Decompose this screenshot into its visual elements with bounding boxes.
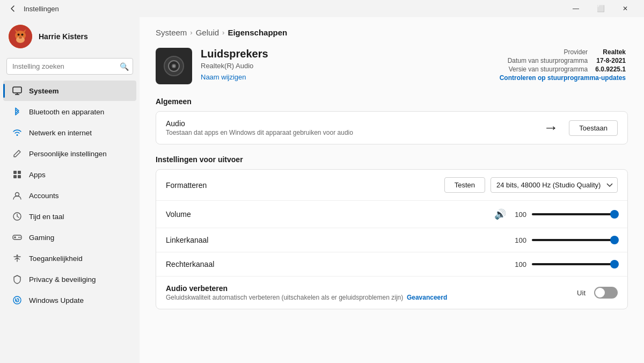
svg-point-6 xyxy=(21,34,24,36)
audio-verbeteren-row: Audio verbeteren Geluidskwaliteit automa… xyxy=(156,277,627,309)
driver-version-value: 6.0.9225.1 xyxy=(590,65,628,74)
account-icon xyxy=(12,190,23,201)
svg-point-21 xyxy=(18,237,19,238)
minimize-button[interactable]: — xyxy=(564,0,588,17)
linkerkanaal-thumb[interactable] xyxy=(610,236,619,244)
volume-thumb[interactable] xyxy=(610,210,619,219)
bluetooth-icon xyxy=(12,106,23,117)
back-button[interactable] xyxy=(6,2,19,15)
sidebar-item-gaming[interactable]: Gaming xyxy=(3,227,136,248)
maximize-button[interactable]: ⬜ xyxy=(588,0,613,17)
svg-point-5 xyxy=(18,34,20,36)
sidebar-username: Harrie Kisters xyxy=(39,32,88,41)
svg-rect-15 xyxy=(18,175,21,178)
sidebar-item-label: Accounts xyxy=(29,192,128,200)
avatar xyxy=(9,25,32,48)
volume-value: 100 xyxy=(511,210,526,219)
update-icon xyxy=(12,295,23,306)
svg-point-23 xyxy=(17,255,18,256)
rechterkanaal-label: Rechterkanaal xyxy=(166,260,511,268)
device-name: Luidsprekers xyxy=(201,48,497,60)
volume-control: 🔊 100 xyxy=(494,208,618,220)
audio-label: Audio xyxy=(166,119,543,128)
sidebar-item-label: Netwerk en internet xyxy=(29,129,128,137)
breadcrumb-current: Eigenschappen xyxy=(228,28,287,37)
svg-point-7 xyxy=(19,37,22,39)
sidebar-item-systeem[interactable]: Systeem xyxy=(3,81,136,101)
brush-icon xyxy=(12,148,23,159)
driver-version-label: Versie van stuurprogramma xyxy=(497,65,590,74)
rechterkanaal-fill xyxy=(532,263,618,265)
sidebar-item-label: Persoonlijke instellingen xyxy=(29,150,128,158)
rechterkanaal-slider[interactable] xyxy=(532,263,618,265)
sidebar-item-persoonlijk[interactable]: Persoonlijke instellingen xyxy=(3,143,136,164)
sidebar-item-toegankelijkheid[interactable]: Toegankelijkheid xyxy=(3,248,136,268)
sidebar-item-label: Toegankelijkheid xyxy=(29,255,128,263)
svg-rect-8 xyxy=(13,87,21,93)
breadcrumb-systeem[interactable]: Systeem xyxy=(156,28,187,37)
breadcrumb-sep-2: › xyxy=(222,28,224,37)
linkerkanaal-slider[interactable] xyxy=(532,239,618,241)
driver-update-link[interactable]: Controleren op stuurprogramma-updates xyxy=(500,74,626,82)
svg-point-22 xyxy=(20,237,21,238)
volume-icon: 🔊 xyxy=(494,208,506,220)
linkerkanaal-control: 100 xyxy=(511,236,618,244)
rechterkanaal-thumb[interactable] xyxy=(610,260,619,268)
audio-verbeteren-toggle[interactable] xyxy=(594,287,618,299)
section-title-uitvoer: Instellingen voor uitvoer xyxy=(156,155,628,164)
shield-icon xyxy=(12,274,23,285)
sidebar-nav: Systeem Bluetooth en apparaten Netwerk e… xyxy=(0,80,140,311)
titlebar: Instellingen — ⬜ ✕ xyxy=(0,0,644,17)
titlebar-title: Instellingen xyxy=(24,5,564,13)
sidebar-item-windows-update[interactable]: Windows Update xyxy=(3,290,136,310)
audio-verbeteren-sublabel: Geluidskwaliteit automatisch verbeteren … xyxy=(166,294,577,301)
audio-sublabel: Toestaan dat apps en Windows dit apparaa… xyxy=(166,129,543,136)
toestaan-button[interactable]: Toestaan xyxy=(569,120,618,136)
geavanceerd-link[interactable]: Geavanceerd xyxy=(407,294,447,301)
sidebar-item-label: Windows Update xyxy=(29,296,128,304)
rechterkanaal-row: Rechterkanaal 100 xyxy=(156,252,627,277)
sidebar-item-tijd[interactable]: Tijd en taal xyxy=(3,206,136,227)
formatteren-control: Testen 24 bits, 48000 Hz (Studio Quality… xyxy=(444,177,618,193)
sidebar-item-label: Privacy & beveiliging xyxy=(29,275,128,284)
volume-info: Volume xyxy=(166,210,494,219)
rename-link[interactable]: Naam wijzigen xyxy=(201,73,246,81)
audio-verbeteren-info: Audio verbeteren Geluidskwaliteit automa… xyxy=(166,284,577,301)
linkerkanaal-label: Linkerkanaal xyxy=(166,236,511,244)
sidebar-item-accounts[interactable]: Accounts xyxy=(3,185,136,206)
sidebar-item-label: Systeem xyxy=(29,87,128,95)
content-area: Systeem › Geluid › Eigenschappen Luidspr… xyxy=(140,17,644,363)
svg-rect-12 xyxy=(13,171,17,174)
accessibility-icon xyxy=(12,253,23,264)
uitvoer-card: Formatteren Testen 24 bits, 48000 Hz (St… xyxy=(156,169,628,309)
rechterkanaal-control: 100 xyxy=(511,260,618,268)
sidebar-item-label: Apps xyxy=(29,171,128,179)
section-title-algemeen: Algemeen xyxy=(156,97,628,106)
clock-icon xyxy=(12,211,23,222)
device-header: Luidsprekers Realtek(R) Audio Naam wijzi… xyxy=(156,48,628,84)
svg-rect-13 xyxy=(18,171,21,174)
main-layout: Harrie Kisters 🔍 Systeem Bluetooth en ap… xyxy=(0,17,644,363)
audio-control: → Toestaan xyxy=(543,119,618,136)
sidebar-item-apps[interactable]: Apps xyxy=(3,164,136,185)
testen-button[interactable]: Testen xyxy=(444,177,485,193)
breadcrumb: Systeem › Geluid › Eigenschappen xyxy=(156,28,628,37)
volume-slider[interactable] xyxy=(532,213,618,215)
format-select[interactable]: 24 bits, 48000 Hz (Studio Quality) 16 bi… xyxy=(491,177,618,193)
sidebar-item-netwerk[interactable]: Netwerk en internet xyxy=(3,122,136,143)
apps-icon xyxy=(12,169,23,180)
rechterkanaal-info: Rechterkanaal xyxy=(166,260,511,268)
sidebar-item-privacy[interactable]: Privacy & beveiliging xyxy=(3,269,136,289)
breadcrumb-geluid[interactable]: Geluid xyxy=(196,28,219,37)
toggle-label: Uit xyxy=(577,289,586,297)
linkerkanaal-row: Linkerkanaal 100 xyxy=(156,228,627,252)
sidebar-item-label: Tijd en taal xyxy=(29,213,128,221)
close-button[interactable]: ✕ xyxy=(613,0,638,17)
sidebar-item-bluetooth[interactable]: Bluetooth en apparaten xyxy=(3,101,136,122)
linkerkanaal-value: 100 xyxy=(511,236,526,244)
wifi-icon xyxy=(12,127,23,138)
search-input[interactable] xyxy=(6,58,133,75)
device-info: Luidsprekers Realtek(R) Audio Naam wijzi… xyxy=(201,48,497,82)
device-icon xyxy=(156,48,192,84)
sidebar-search[interactable]: 🔍 xyxy=(6,58,133,75)
